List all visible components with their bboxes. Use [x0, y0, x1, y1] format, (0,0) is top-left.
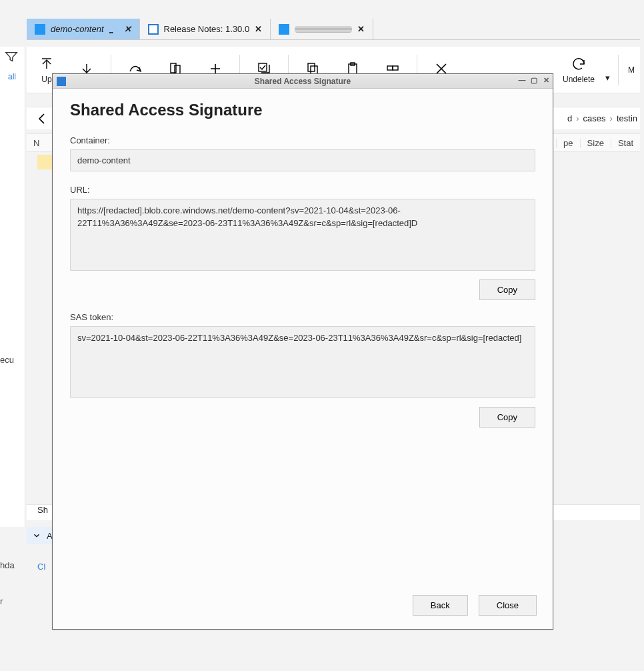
close-button[interactable]: Close [479, 595, 537, 616]
dialog-footer: Back Close [53, 584, 553, 629]
url-field[interactable] [70, 199, 535, 271]
undelete-label: Undelete [563, 75, 595, 84]
dialog-heading: Shared Access Signature [70, 101, 535, 119]
toolbar-separator [618, 55, 619, 85]
sas-token-label: SAS token: [70, 312, 535, 322]
container-label: Container: [70, 135, 535, 145]
url-label: URL: [70, 185, 535, 195]
copy-url-button[interactable]: Copy [479, 279, 535, 300]
side-label-r: r [0, 596, 3, 606]
back-button[interactable] [35, 111, 51, 127]
window-close-icon[interactable]: ✕ [542, 76, 550, 84]
svg-rect-7 [387, 66, 393, 70]
container-icon [35, 24, 45, 35]
filter-icon[interactable] [4, 49, 19, 64]
selected-row-indicator [37, 155, 53, 169]
chevron-right-icon: › [576, 113, 579, 123]
more-label: M [628, 65, 635, 75]
sas-token-field[interactable] [70, 326, 535, 398]
tab-bar: demo-content ✕ Release Notes: 1.30.0 ✕ ✕ [27, 19, 640, 40]
svg-rect-8 [393, 66, 398, 70]
column-status[interactable]: Stat [611, 138, 640, 148]
crumb-testin[interactable]: testin [617, 113, 637, 123]
svg-rect-4 [311, 66, 317, 74]
window-minimize-icon[interactable]: — [518, 76, 526, 84]
crumb-cases[interactable]: cases [583, 113, 606, 123]
crumb-partial[interactable]: d [567, 113, 572, 123]
chevron-down-icon [32, 531, 41, 540]
column-type[interactable]: pe [556, 138, 579, 148]
window-maximize-icon[interactable]: ▢ [530, 76, 538, 84]
svg-rect-3 [308, 63, 315, 71]
release-notes-icon [148, 24, 159, 35]
tab-label: demo-content [51, 24, 104, 34]
dropdown-caret-icon[interactable]: ▾ [605, 57, 614, 83]
clear-activities-link[interactable]: Cl [37, 562, 45, 572]
dialog-content: Shared Access Signature Container: URL: … [53, 89, 553, 452]
redacted-label [295, 26, 352, 33]
svg-rect-0 [171, 63, 176, 73]
sas-dialog: Shared Access Signature — ▢ ✕ Shared Acc… [52, 73, 553, 630]
column-size[interactable]: Size [580, 138, 611, 148]
column-name[interactable]: N [27, 138, 46, 148]
dirty-indicator-icon [109, 26, 119, 33]
tab-close-icon[interactable]: ✕ [124, 24, 131, 34]
tab-close-icon[interactable]: ✕ [255, 24, 262, 34]
tab-unknown[interactable]: ✕ [271, 19, 373, 39]
dialog-window-title: Shared Access Signature [53, 77, 553, 86]
more-button[interactable]: M [623, 65, 640, 75]
container-field[interactable] [70, 149, 535, 171]
chevron-right-icon: › [610, 113, 613, 123]
side-label-ecu: ecu [0, 355, 14, 365]
status-text: Sh [27, 505, 48, 515]
upload-label: Up [41, 75, 51, 84]
svg-rect-2 [259, 63, 267, 71]
tab-label: Release Notes: 1.30.0 [164, 24, 250, 34]
tab-demo-content[interactable]: demo-content ✕ [27, 19, 140, 39]
copy-sas-button[interactable]: Copy [479, 407, 535, 428]
back-button[interactable]: Back [413, 595, 468, 616]
clear-all-link-partial[interactable]: all [0, 72, 25, 81]
container-icon [279, 24, 289, 35]
side-label-hda: hda [0, 560, 15, 570]
tab-close-icon[interactable]: ✕ [357, 24, 365, 34]
tab-release-notes[interactable]: Release Notes: 1.30.0 ✕ [140, 19, 271, 39]
left-gutter: all [0, 47, 25, 527]
breadcrumb: d › cases › testin [567, 113, 640, 123]
dialog-titlebar[interactable]: Shared Access Signature — ▢ ✕ [53, 74, 553, 89]
undelete-button[interactable]: Undelete [552, 56, 605, 84]
